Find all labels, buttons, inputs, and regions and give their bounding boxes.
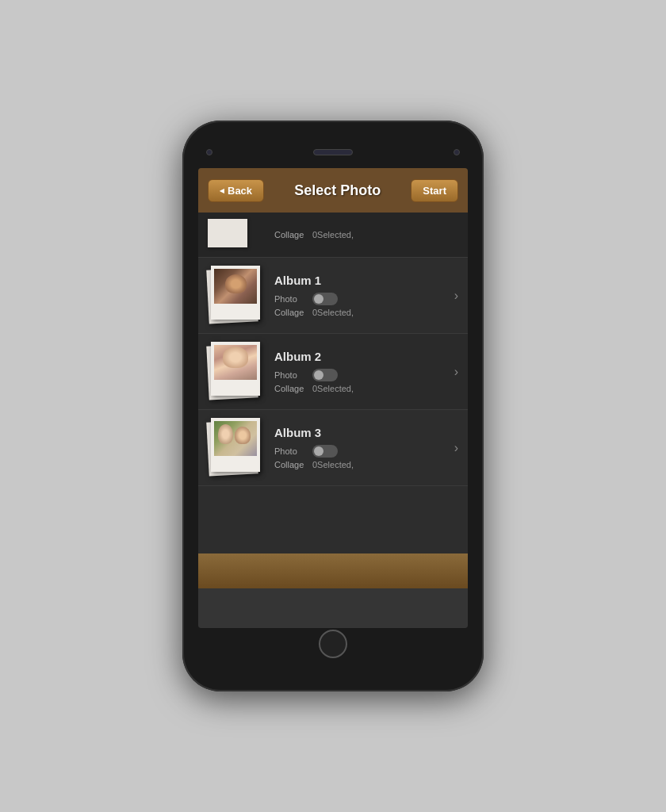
proximity-sensor xyxy=(454,149,460,155)
photo-label-1: Photo xyxy=(274,294,306,304)
album-list: Collage 0Selected, Album 1 xyxy=(198,213,468,553)
photo-row-1: Photo xyxy=(274,293,448,305)
back-button[interactable]: Back xyxy=(208,179,264,202)
chevron-icon-2: › xyxy=(454,365,458,379)
phone-bottom-bar xyxy=(190,628,476,660)
album3-photo xyxy=(214,421,257,456)
album-name-3: Album 3 xyxy=(274,426,448,439)
phone-screen: Back Select Photo Start Collage 0Selecte… xyxy=(198,168,468,628)
partial-album-info: Collage 0Selected, xyxy=(274,230,354,239)
album-thumbnail-3 xyxy=(208,418,263,477)
chevron-icon-1: › xyxy=(454,289,458,303)
partial-album-item[interactable]: Collage 0Selected, xyxy=(198,213,468,258)
footer-area xyxy=(198,588,468,628)
selected-count-1: 0Selected, xyxy=(312,308,354,317)
chevron-icon-3: › xyxy=(454,441,458,455)
photo-toggle-3[interactable] xyxy=(312,445,338,458)
album-item-1[interactable]: Album 1 Photo Collage 0Selected, › xyxy=(198,258,468,334)
album1-photo xyxy=(214,269,257,304)
collage-row-3: Collage 0Selected, xyxy=(274,460,448,469)
album-info-3: Album 3 Photo Collage 0Selected, xyxy=(274,426,448,469)
selected-count-2: 0Selected, xyxy=(312,384,354,393)
album-thumbnail-1 xyxy=(208,266,263,325)
album-thumbnail-2 xyxy=(208,342,263,401)
front-camera xyxy=(206,149,212,155)
partial-polaroid xyxy=(208,219,247,247)
album-item-3[interactable]: Album 3 Photo Collage 0Selected, › xyxy=(198,410,468,486)
album-name-2: Album 2 xyxy=(274,350,448,363)
collage-row-2: Collage 0Selected, xyxy=(274,384,448,393)
photo-image-1 xyxy=(214,269,257,304)
collage-label-2: Collage xyxy=(274,384,306,393)
collage-label-1: Collage xyxy=(274,308,306,317)
phone-top-bar xyxy=(190,136,476,168)
photo-row-2: Photo xyxy=(274,369,448,381)
album-item-2[interactable]: Album 2 Photo Collage 0Selected, › xyxy=(198,334,468,410)
photo-image-3 xyxy=(214,421,257,456)
album-name-1: Album 1 xyxy=(274,274,448,287)
photo-label-3: Photo xyxy=(274,446,306,456)
photo-toggle-1[interactable] xyxy=(312,293,338,305)
album-info-2: Album 2 Photo Collage 0Selected, xyxy=(274,350,448,393)
polaroid-front-1 xyxy=(211,266,260,320)
app-header: Back Select Photo Start xyxy=(198,168,468,213)
photo-row-3: Photo xyxy=(274,445,448,458)
bottom-bar xyxy=(198,553,468,588)
collage-row-1: Collage 0Selected, xyxy=(274,308,448,317)
earpiece-speaker xyxy=(313,149,353,155)
polaroid-front-2 xyxy=(211,342,260,396)
selected-count-3: 0Selected, xyxy=(312,460,354,469)
album2-photo xyxy=(214,345,257,380)
collage-label-3: Collage xyxy=(274,460,306,469)
page-title: Select Photo xyxy=(294,182,381,199)
home-button[interactable] xyxy=(319,630,347,658)
start-button[interactable]: Start xyxy=(411,179,458,202)
phone-device: Back Select Photo Start Collage 0Selecte… xyxy=(182,121,484,691)
selected-count-partial: 0Selected, xyxy=(312,230,354,239)
photo-image-2 xyxy=(214,345,257,380)
photo-label-2: Photo xyxy=(274,370,306,380)
album-info-1: Album 1 Photo Collage 0Selected, xyxy=(274,274,448,317)
polaroid-front-3 xyxy=(211,418,260,472)
photo-toggle-2[interactable] xyxy=(312,369,338,381)
partial-thumbnail xyxy=(208,219,263,251)
collage-label-partial: Collage xyxy=(274,230,306,239)
